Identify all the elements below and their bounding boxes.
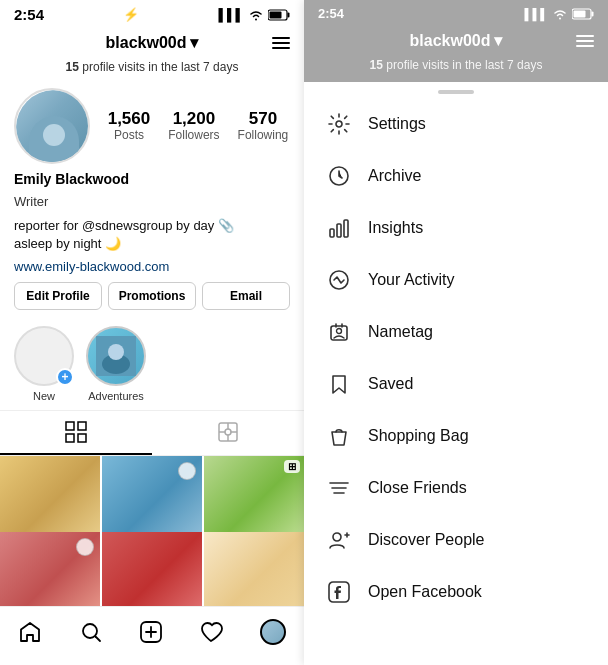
right-visit-count: 15 xyxy=(370,58,383,72)
right-status-bar: 2:54 ▌▌▌ xyxy=(304,0,608,25)
bottom-nav xyxy=(0,606,304,665)
svg-rect-22 xyxy=(592,11,594,16)
svg-rect-7 xyxy=(78,422,86,430)
tag-icon xyxy=(217,421,239,443)
insights-label: Insights xyxy=(368,219,423,237)
following-label: Following xyxy=(238,128,289,142)
nav-add-button[interactable] xyxy=(129,616,173,648)
right-signal-icon: ▌▌▌ xyxy=(525,8,548,20)
profile-website[interactable]: www.emily-blackwood.com xyxy=(14,259,290,274)
svg-point-31 xyxy=(337,329,342,334)
followers-label: Followers xyxy=(168,128,219,142)
nav-home-button[interactable] xyxy=(8,616,52,648)
handle-bar xyxy=(438,90,474,94)
menu-item-shopping-bag[interactable]: Shopping Bag xyxy=(304,410,608,462)
promotions-button[interactable]: Promotions xyxy=(108,282,196,310)
adventures-story-label: Adventures xyxy=(88,390,144,402)
search-icon xyxy=(79,620,103,644)
menu-item-open-facebook[interactable]: Open Facebook xyxy=(304,566,608,618)
photo-cell-5[interactable] xyxy=(102,532,202,606)
profile-screen: 2:54 ⚡ ▌▌▌ blackw00d ▾ xyxy=(0,0,304,665)
new-story-label: New xyxy=(33,390,55,402)
your-activity-label: Your Activity xyxy=(368,271,455,289)
menu-item-insights[interactable]: Insights xyxy=(304,202,608,254)
home-icon xyxy=(18,620,42,644)
archive-label: Archive xyxy=(368,167,421,185)
svg-point-37 xyxy=(333,533,341,541)
heart-icon xyxy=(199,620,223,644)
status-time: 2:54 xyxy=(14,6,44,23)
profile-title: Writer xyxy=(14,194,290,211)
right-chevron-icon: ▾ xyxy=(494,31,502,50)
svg-rect-28 xyxy=(344,220,348,237)
archive-icon xyxy=(326,163,352,189)
svg-point-5 xyxy=(108,344,124,360)
bag-icon xyxy=(326,423,352,449)
adventures-story-item[interactable]: Adventures xyxy=(86,326,146,402)
svg-rect-23 xyxy=(574,10,586,17)
posts-label: Posts xyxy=(114,128,144,142)
nav-search-button[interactable] xyxy=(69,616,113,648)
profile-bio: reporter for @sdnewsgroup by day 📎asleep… xyxy=(14,217,290,253)
menu-item-close-friends[interactable]: Close Friends xyxy=(304,462,608,514)
email-button[interactable]: Email xyxy=(202,282,290,310)
nav-profile-avatar xyxy=(260,619,286,645)
profile-avatar[interactable] xyxy=(14,88,90,164)
edit-profile-button[interactable]: Edit Profile xyxy=(14,282,102,310)
new-story-item[interactable]: + New xyxy=(14,326,74,402)
menu-item-settings[interactable]: Settings xyxy=(304,98,608,150)
action-buttons: Edit Profile Promotions Email xyxy=(0,282,304,318)
svg-rect-8 xyxy=(66,434,74,442)
nametag-icon xyxy=(326,319,352,345)
right-status-time: 2:54 xyxy=(318,6,344,21)
photo-cell-4[interactable] xyxy=(0,532,100,606)
right-battery-icon xyxy=(572,8,594,20)
username-row[interactable]: blackw00d ▾ xyxy=(106,33,199,52)
status-bar: 2:54 ⚡ ▌▌▌ xyxy=(0,0,304,27)
right-visit-text: profile visits in the last 7 days xyxy=(386,58,542,72)
posts-stat[interactable]: 1,560 Posts xyxy=(108,110,151,142)
close-friends-label: Close Friends xyxy=(368,479,467,497)
visit-text: profile visits in the last 7 days xyxy=(82,60,238,74)
overlay-top: 2:54 ▌▌▌ blackw00d ▾ xyxy=(304,0,608,82)
stories-row: + New Adventures xyxy=(0,318,304,410)
nav-profile-button[interactable] xyxy=(250,615,296,649)
right-profile-visits: 15 profile visits in the last 7 days xyxy=(304,56,608,82)
right-hamburger-icon xyxy=(576,35,594,47)
followers-stat[interactable]: 1,200 Followers xyxy=(168,110,219,142)
menu-item-discover-people[interactable]: Discover People xyxy=(304,514,608,566)
right-username-row: blackw00d ▾ xyxy=(410,31,503,50)
hamburger-menu-button[interactable] xyxy=(272,37,290,49)
add-icon xyxy=(139,620,163,644)
drawer-handle[interactable] xyxy=(304,82,608,98)
saved-label: Saved xyxy=(368,375,413,393)
new-story-circle: + xyxy=(14,326,74,386)
slide-out-menu: 2:54 ▌▌▌ blackw00d ▾ xyxy=(304,0,608,665)
status-icons: ▌▌▌ xyxy=(218,8,290,22)
menu-item-nametag[interactable]: Nametag xyxy=(304,306,608,358)
nav-likes-button[interactable] xyxy=(189,616,233,648)
svg-rect-9 xyxy=(78,434,86,442)
activity-icon xyxy=(326,267,352,293)
bag-label: Shopping Bag xyxy=(368,427,469,445)
menu-item-saved[interactable]: Saved xyxy=(304,358,608,410)
grid-tab[interactable] xyxy=(0,411,152,455)
right-username: blackw00d xyxy=(410,32,491,50)
nametag-label: Nametag xyxy=(368,323,433,341)
settings-label: Settings xyxy=(368,115,426,133)
svg-point-11 xyxy=(225,429,231,435)
photo-cell-6[interactable] xyxy=(204,532,304,606)
svg-point-24 xyxy=(336,121,342,127)
following-stat[interactable]: 570 Following xyxy=(238,110,289,142)
visit-count: 15 xyxy=(66,60,79,74)
profile-info-section: 1,560 Posts 1,200 Followers 570 Followin… xyxy=(0,80,304,282)
menu-item-archive[interactable]: Archive xyxy=(304,150,608,202)
svg-rect-6 xyxy=(66,422,74,430)
facebook-icon xyxy=(326,579,352,605)
username-label: blackw00d xyxy=(106,34,187,52)
battery-icon xyxy=(268,9,290,21)
menu-item-your-activity[interactable]: Your Activity xyxy=(304,254,608,306)
posts-count: 1,560 xyxy=(108,110,151,127)
tagged-tab[interactable] xyxy=(152,411,304,455)
svg-line-17 xyxy=(95,637,100,642)
